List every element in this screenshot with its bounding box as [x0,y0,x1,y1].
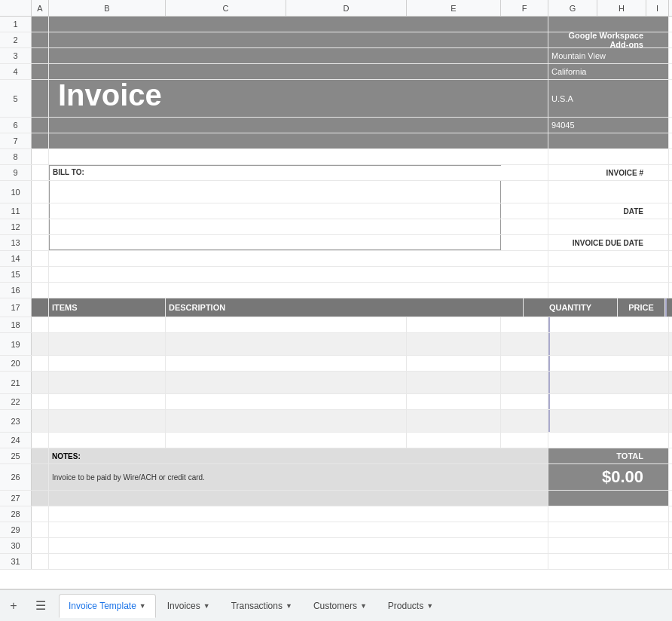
cell[interactable] [501,181,548,203]
cell[interactable] [646,32,669,47]
cell[interactable] [32,17,49,32]
cell[interactable] [49,506,501,522]
add-sheet-button[interactable]: + [3,595,24,616]
cell[interactable] [501,64,548,79]
invoice-title-cell[interactable]: Invoice [49,80,501,117]
tab-products[interactable]: Products ▼ [378,594,443,618]
cell[interactable] [501,48,548,63]
cell[interactable] [49,433,166,448]
cell[interactable] [32,203,49,219]
cell[interactable] [49,181,501,203]
cell[interactable] [548,149,646,164]
company-state-cell[interactable]: California [548,64,646,79]
col-header-c[interactable]: C [166,0,286,16]
cell[interactable] [501,118,548,133]
cell[interactable] [32,219,49,234]
cell[interactable] [501,80,548,117]
cell[interactable] [501,554,548,569]
cell[interactable] [501,203,548,219]
cell[interactable] [49,251,501,266]
cell[interactable] [548,133,646,148]
cell[interactable] [32,317,49,332]
cell[interactable] [548,538,646,553]
cell[interactable] [548,219,646,234]
cell[interactable] [501,394,548,409]
cell[interactable] [548,491,646,506]
cell[interactable] [49,64,501,79]
cell[interactable] [166,433,407,448]
cell[interactable] [501,17,548,32]
cell[interactable] [49,283,501,298]
cell[interactable] [32,48,49,63]
cell[interactable] [32,133,49,148]
cell[interactable] [49,491,548,506]
cell[interactable] [646,433,669,448]
cell[interactable] [166,333,407,355]
cell[interactable] [32,235,49,250]
cell[interactable] [32,433,49,448]
price-col-header[interactable]: PRICE [618,298,665,317]
cell[interactable] [646,235,669,250]
company-zip-cell[interactable]: 94045 [548,118,646,133]
cell[interactable] [32,298,49,317]
cell[interactable] [32,118,49,133]
cell[interactable] [646,267,669,282]
col-header-g[interactable]: G [548,0,597,16]
cell[interactable] [166,356,407,371]
cell[interactable] [32,410,49,432]
cell[interactable] [548,267,646,282]
cell[interactable] [548,17,646,32]
cell[interactable] [32,491,49,506]
cell[interactable] [32,283,49,298]
bill-to-cell[interactable]: BILL TO: [49,165,501,180]
cell[interactable] [49,356,166,371]
cell[interactable] [646,165,669,180]
tab-invoices[interactable]: Invoices ▼ [157,594,220,618]
tab-transactions[interactable]: Transactions ▼ [221,594,302,618]
cell[interactable] [49,203,501,219]
cell[interactable] [501,433,548,448]
cell[interactable] [166,394,407,409]
cell[interactable] [646,149,669,164]
cell[interactable] [548,333,646,355]
cell[interactable] [501,522,548,537]
cell[interactable] [49,333,166,355]
cell[interactable] [32,448,49,463]
tab-invoice-template-dropdown-icon[interactable]: ▼ [139,602,146,610]
cell[interactable] [32,464,49,490]
cell[interactable] [501,372,548,393]
cell[interactable] [49,149,501,164]
cell[interactable] [501,356,548,371]
col-header-d[interactable]: D [286,0,407,16]
cell[interactable] [32,356,49,371]
cell[interactable] [32,394,49,409]
cell[interactable] [646,538,669,553]
cell[interactable] [646,554,669,569]
cell[interactable] [407,433,501,448]
cell[interactable] [501,149,548,164]
description-col-header[interactable]: DESCRIPTION [166,298,524,317]
cell[interactable] [407,410,501,432]
items-col-header[interactable]: ITEMS [49,298,166,317]
cell[interactable] [548,251,646,266]
cell[interactable] [646,48,669,63]
cell[interactable] [501,333,548,355]
cell[interactable] [32,554,49,569]
cell[interactable] [501,317,548,332]
cell[interactable] [32,333,49,355]
cell[interactable] [501,267,548,282]
cell[interactable] [646,356,669,371]
cell[interactable] [548,410,646,432]
col-header-b[interactable]: B [49,0,166,16]
cell[interactable] [646,80,669,117]
cell[interactable] [548,554,646,569]
cell[interactable] [32,506,49,522]
tab-customers-dropdown-icon[interactable]: ▼ [360,602,367,610]
amount-col-header[interactable]: AMOUNT [665,298,672,317]
cell[interactable] [32,251,49,266]
cell[interactable] [49,267,501,282]
cell[interactable] [646,372,669,393]
cell[interactable] [646,251,669,266]
cell[interactable] [49,317,166,332]
cell[interactable] [49,410,166,432]
